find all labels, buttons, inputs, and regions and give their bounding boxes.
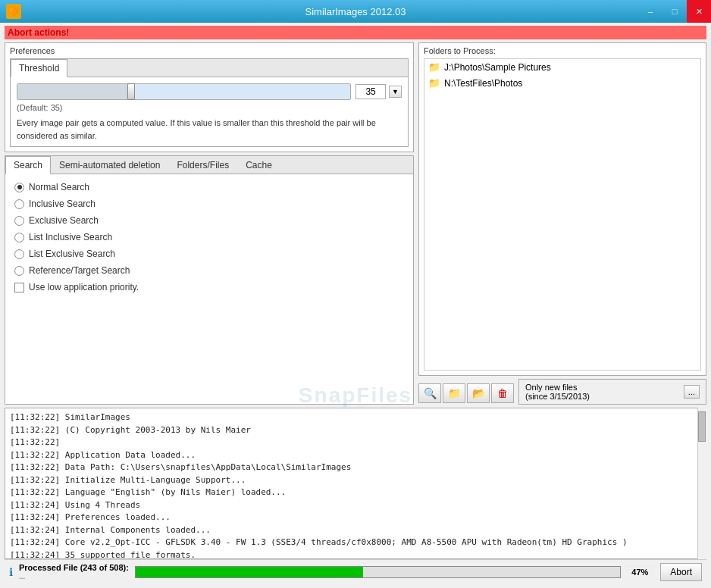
low-priority-label: Use low application priority. <box>29 282 139 292</box>
log-line: [11:32:24] Using 4 Threads <box>10 499 694 512</box>
search-folder-btn[interactable]: 🔍 <box>418 383 441 403</box>
status-bar: ℹ Processed File (243 of 508): ... 47% A… <box>5 559 706 583</box>
progress-fill <box>136 567 364 577</box>
folders-bottom-row: 🔍 📁 📂 🗑 Only new files(since 3/15/2013) … <box>418 379 706 405</box>
log-line: [11:32:22] (C) Copyright 2003-2013 by Ni… <box>10 424 694 437</box>
search-tab-btn[interactable]: Search <box>5 156 51 174</box>
right-panel: Folders to Process: 📁J:\Photos\Sample Pi… <box>418 42 706 405</box>
threshold-description: Every image pair gets a computed value. … <box>17 117 402 142</box>
folders-group: Folders to Process: 📁J:\Photos\Sample Pi… <box>418 42 706 376</box>
folder-icon-1: 📁 <box>428 77 440 89</box>
log-line: [11:32:22] Application Data loaded... <box>10 449 694 462</box>
delete-folder-btn[interactable]: 🗑 <box>491 383 514 403</box>
search-radio-row: List Exclusive Search <box>14 249 404 259</box>
search-tab-panel: Search Semi-automated deletion Folders/F… <box>5 155 414 405</box>
remove-folder-btn[interactable]: 📂 <box>467 383 490 403</box>
radio-label-0: Normal Search <box>29 182 89 192</box>
slider-thumb[interactable] <box>127 83 135 100</box>
threshold-slider-row: 35 ▼ <box>17 83 402 100</box>
radio-label-3: List Inclusive Search <box>29 232 112 242</box>
log-container: [11:32:22] SimilarImages[11:32:22] (C) C… <box>5 408 706 559</box>
window-body: Abort actions! Preferences Threshold <box>0 23 711 588</box>
abort-button[interactable]: Abort <box>660 563 702 581</box>
radio-label-4: List Exclusive Search <box>29 249 115 259</box>
titlebar: 🔶 SimilarImages 2012.03 – □ ✕ <box>0 0 711 23</box>
radio-circle-1[interactable] <box>14 199 24 209</box>
threshold-tab-btn[interactable]: Threshold <box>11 59 67 77</box>
search-radio-row: Exclusive Search <box>14 215 404 226</box>
preferences-group: Preferences Threshold 35 <box>5 42 414 152</box>
low-priority-row: Use low application priority. <box>14 282 404 292</box>
radio-circle-4[interactable] <box>14 249 24 259</box>
search-radio-group: Normal SearchInclusive SearchExclusive S… <box>14 182 404 276</box>
search-tab-content: Normal SearchInclusive SearchExclusive S… <box>5 174 413 300</box>
semi-auto-tab-btn[interactable]: Semi-automated deletion <box>51 156 168 174</box>
log-line: [11:32:22] Initialize Multi-Language Sup… <box>10 474 694 487</box>
cache-tab-btn[interactable]: Cache <box>237 156 280 174</box>
search-tab-header: Search Semi-automated deletion Folders/F… <box>5 156 413 174</box>
add-folder-btn[interactable]: 📁 <box>443 383 465 403</box>
abort-banner: Abort actions! <box>5 26 706 39</box>
main-area: Preferences Threshold 35 <box>5 42 706 405</box>
threshold-default: (Default: 35) <box>17 103 402 112</box>
log-line: [11:32:24] Core v2.2_Opt-ICC - GFLSDK 3.… <box>10 536 694 549</box>
search-radio-row: Reference/Target Search <box>14 265 404 276</box>
status-main: Processed File (243 of 508): <box>19 563 129 572</box>
threshold-dropdown[interactable]: ▼ <box>389 86 402 98</box>
folders-label: Folders to Process: <box>424 46 701 55</box>
threshold-slider[interactable] <box>17 83 351 100</box>
log-line: [11:32:24] Preferences loaded... <box>10 511 694 524</box>
threshold-tab-panel: Threshold 35 ▼ <box>10 58 409 147</box>
status-sub: ... <box>19 572 129 580</box>
log-line: [11:32:22] Data Path: C:\Users\snapfiles… <box>10 461 694 474</box>
log-area[interactable]: [11:32:22] SimilarImages[11:32:22] (C) C… <box>5 408 706 559</box>
folders-list: 📁J:\Photos\Sample Pictures📁N:\TestFiles\… <box>424 58 701 371</box>
preferences-label: Preferences <box>10 46 409 55</box>
status-icon: ℹ <box>9 566 13 578</box>
minimize-button[interactable]: – <box>638 0 662 23</box>
app-title: SimilarImages 2012.03 <box>0 6 711 17</box>
progress-bar <box>135 566 621 578</box>
new-files-ellipsis[interactable]: ... <box>684 385 700 399</box>
maximize-button[interactable]: □ <box>662 0 687 23</box>
folder-icon-0: 📁 <box>428 61 440 73</box>
log-line: [11:32:22] <box>10 436 694 449</box>
log-line: [11:32:22] SimilarImages <box>10 411 694 424</box>
folders-files-tab-btn[interactable]: Folders/Files <box>168 156 237 174</box>
low-priority-checkbox[interactable] <box>14 283 24 292</box>
progress-pct: 47% <box>631 568 654 577</box>
radio-label-1: Inclusive Search <box>29 199 96 209</box>
close-button[interactable]: ✕ <box>687 0 711 23</box>
log-line: [11:32:24] 35 supported file formats. <box>10 549 694 560</box>
log-line: [11:32:22] Language "English" (by Nils M… <box>10 486 694 499</box>
status-text-group: Processed File (243 of 508): ... <box>19 563 129 580</box>
app-icon: 🔶 <box>6 4 21 19</box>
folder-path-1: N:\TestFiles\Photos <box>444 78 522 89</box>
threshold-tab-content: 35 ▼ (Default: 35) Every image pair gets… <box>11 77 408 146</box>
slider-fill <box>17 84 134 99</box>
threshold-tab-header: Threshold <box>11 59 408 77</box>
window-controls: – □ ✕ <box>638 0 711 23</box>
folders-toolbar: 🔍 📁 📂 🗑 <box>418 383 514 403</box>
radio-circle-3[interactable] <box>14 233 24 242</box>
scrollbar[interactable] <box>697 408 706 559</box>
radio-label-5: Reference/Target Search <box>29 265 130 276</box>
radio-label-2: Exclusive Search <box>29 215 99 226</box>
log-line: [11:32:24] Internal Components loaded... <box>10 524 694 537</box>
radio-circle-0[interactable] <box>14 183 24 192</box>
threshold-value-row: 35 ▼ <box>356 84 402 99</box>
search-radio-row: Normal Search <box>14 182 404 192</box>
left-panel: Preferences Threshold 35 <box>5 42 414 405</box>
folder-item-0[interactable]: 📁J:\Photos\Sample Pictures <box>424 59 700 75</box>
radio-circle-5[interactable] <box>14 266 24 276</box>
scrollbar-thumb[interactable] <box>698 411 706 442</box>
radio-circle-2[interactable] <box>14 216 24 226</box>
search-radio-row: Inclusive Search <box>14 199 404 209</box>
new-files-label: Only new files(since 3/15/2013) <box>525 383 679 401</box>
search-radio-row: List Inclusive Search <box>14 232 404 242</box>
folder-item-1[interactable]: 📁N:\TestFiles\Photos <box>424 75 700 91</box>
new-files-box: Only new files(since 3/15/2013) ... <box>518 379 706 405</box>
folder-path-0: J:\Photos\Sample Pictures <box>444 62 551 73</box>
threshold-value[interactable]: 35 <box>356 84 386 99</box>
